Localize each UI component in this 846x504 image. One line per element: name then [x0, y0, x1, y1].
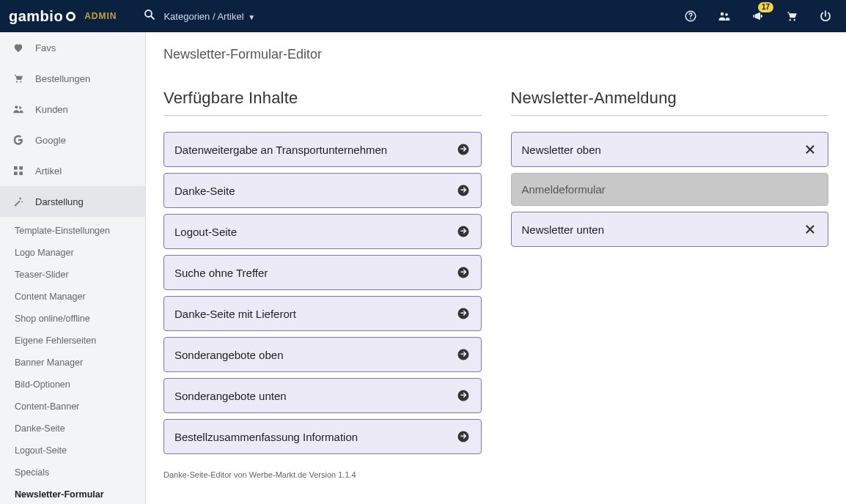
- help-button[interactable]: [683, 9, 698, 23]
- sidebar-subitem[interactable]: Bild-Optionen: [0, 374, 145, 396]
- card-label: Suche ohne Treffer: [174, 267, 268, 279]
- main-content: Newsletter-Formular-Editor Verfügbare In…: [146, 32, 846, 504]
- sidebar-subitem[interactable]: Logout-Seite: [0, 440, 145, 462]
- available-content-card[interactable]: Sonderangebote oben: [163, 337, 482, 372]
- sidebar-item-articles[interactable]: Artikel: [0, 155, 145, 186]
- assign-arrow-icon[interactable]: [456, 183, 471, 198]
- assign-arrow-icon[interactable]: [456, 429, 471, 444]
- grid-icon: [12, 164, 25, 177]
- brand[interactable]: gambio ADMIN: [9, 8, 117, 25]
- assign-arrow-icon[interactable]: [456, 306, 471, 321]
- assign-arrow-icon[interactable]: [456, 224, 471, 239]
- footer-note: Danke-Seite-Editor von Werbe-Markt.de Ve…: [146, 467, 846, 501]
- card-label: Datenweitergabe an Transportunternehmen: [174, 144, 387, 156]
- community-button[interactable]: [717, 9, 732, 23]
- card-label: Logout-Seite: [174, 226, 237, 238]
- sidebar-item-customers[interactable]: Kunden: [0, 94, 145, 125]
- sidebar-subitem[interactable]: Template-Einstellungen: [0, 220, 145, 242]
- sidebar-subitem[interactable]: Newsletter-Formular: [0, 483, 145, 504]
- available-content-card[interactable]: Suche ohne Treffer: [163, 255, 482, 290]
- sidebar-subitem[interactable]: Content-Banner: [0, 396, 145, 418]
- search-category-label: Kategorien / Artikel ▼: [163, 11, 255, 22]
- available-content-card[interactable]: Danke-Seite: [163, 173, 482, 208]
- available-column: Verfügbare Inhalte Datenweitergabe an Tr…: [163, 89, 482, 460]
- sidebar-item-label: Artikel: [35, 166, 62, 177]
- card-label: Danke-Seite mit Lieferort: [174, 308, 296, 320]
- assigned-column: Newsletter-Anmeldung Newsletter obenAnme…: [511, 89, 829, 460]
- notifications-button[interactable]: 17: [751, 9, 765, 23]
- sidebar-item-label: Bestellungen: [35, 73, 90, 84]
- sidebar-subitem[interactable]: Specials: [0, 462, 145, 483]
- sidebar-subitem[interactable]: Teaser-Slider: [0, 264, 145, 286]
- card-label: Danke-Seite: [174, 185, 235, 197]
- chevron-down-icon: ▼: [248, 13, 255, 21]
- google-icon: [12, 133, 25, 147]
- sidebar-item-google[interactable]: Google: [0, 125, 145, 155]
- sidebar-item-orders[interactable]: Bestellungen: [0, 63, 145, 94]
- assign-arrow-icon[interactable]: [456, 347, 471, 362]
- available-heading: Verfügbare Inhalte: [163, 89, 482, 108]
- assign-arrow-icon[interactable]: [456, 265, 471, 280]
- sidebar-item-label: Google: [35, 135, 66, 146]
- available-content-card[interactable]: Bestellzusammenfassung Information: [163, 419, 482, 454]
- sidebar-subitem[interactable]: Banner Manager: [0, 352, 145, 374]
- card-label: Bestellzusammenfassung Information: [174, 431, 358, 443]
- users-icon: [12, 103, 25, 116]
- card-label: Anmeldeformular: [522, 183, 606, 196]
- assign-arrow-icon[interactable]: [456, 142, 471, 157]
- topbar: gambio ADMIN Kategorien / Artikel ▼ 17: [0, 0, 846, 32]
- page-title: Newsletter-Formular-Editor: [146, 32, 846, 75]
- sidebar-subitem[interactable]: Danke-Seite: [0, 418, 145, 440]
- divider: [163, 115, 482, 116]
- logout-button[interactable]: [818, 9, 833, 23]
- assigned-content-card[interactable]: Newsletter unten: [511, 212, 829, 247]
- sidebar-item-label: Favs: [35, 42, 56, 53]
- sidebar-item-label: Kunden: [35, 104, 68, 115]
- sidebar-item-label: Darstellung: [35, 196, 84, 207]
- sidebar-subitem[interactable]: Shop online/offline: [0, 308, 145, 330]
- search-icon: [143, 8, 156, 25]
- sidebar-item-favs[interactable]: Favs: [0, 32, 145, 63]
- card-label: Newsletter unten: [522, 223, 605, 236]
- available-content-card[interactable]: Datenweitergabe an Transportunternehmen: [163, 132, 482, 167]
- card-label: Sonderangebote unten: [174, 390, 287, 402]
- brand-logo: gambio: [9, 8, 76, 25]
- sidebar-item-appearance[interactable]: Darstellung: [0, 186, 145, 217]
- shop-button[interactable]: [784, 9, 799, 23]
- sidebar: FavsBestellungenKundenGoogleArtikelDarst…: [0, 32, 146, 504]
- cart-icon: [12, 72, 25, 85]
- admin-label: ADMIN: [84, 11, 117, 21]
- remove-icon[interactable]: [803, 142, 817, 157]
- fixed-content-card: Anmeldeformular: [511, 173, 829, 206]
- sidebar-subitem[interactable]: Eigene Fehlerseiten: [0, 330, 145, 352]
- sidebar-subitem[interactable]: Logo Manager: [0, 242, 145, 264]
- available-content-card[interactable]: Logout-Seite: [163, 214, 482, 249]
- available-content-card[interactable]: Sonderangebote unten: [163, 378, 482, 413]
- sidebar-subitem[interactable]: Content Manager: [0, 286, 145, 308]
- topbar-actions: 17: [683, 9, 833, 23]
- logo-dot-icon: [66, 12, 76, 21]
- assigned-heading: Newsletter-Anmeldung: [511, 89, 829, 108]
- notification-badge: 17: [758, 2, 773, 12]
- global-search[interactable]: Kategorien / Artikel ▼: [143, 8, 255, 25]
- divider: [511, 115, 829, 116]
- assigned-content-card[interactable]: Newsletter oben: [511, 132, 829, 167]
- assign-arrow-icon[interactable]: [456, 388, 471, 403]
- card-label: Sonderangebote oben: [174, 349, 283, 361]
- wand-icon: [12, 195, 25, 208]
- available-content-card[interactable]: Danke-Seite mit Lieferort: [163, 296, 482, 331]
- heart-icon: [12, 41, 25, 54]
- card-label: Newsletter oben: [522, 144, 601, 156]
- remove-icon[interactable]: [803, 222, 817, 237]
